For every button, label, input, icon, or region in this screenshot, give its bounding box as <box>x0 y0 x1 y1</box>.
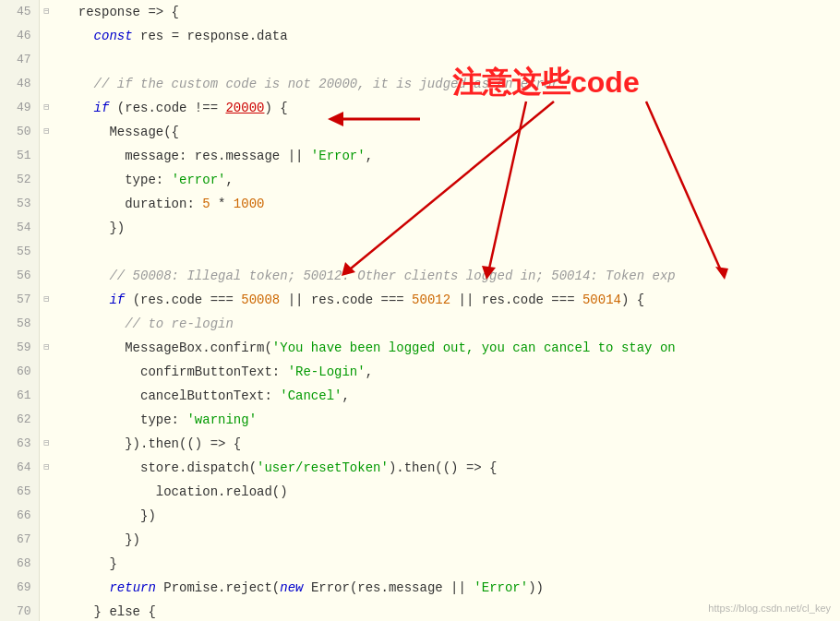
fold-indicator <box>39 72 54 96</box>
code-content <box>54 240 840 264</box>
table-row: 63⊟ }).then(() => { <box>0 432 840 456</box>
table-row: 57⊟ if (res.code === 50008 || res.code =… <box>0 288 840 312</box>
line-number: 48 <box>0 72 39 96</box>
line-number: 56 <box>0 264 39 288</box>
code-content: } <box>54 552 840 576</box>
table-row: 69 return Promise.reject(new Error(res.m… <box>0 576 840 600</box>
table-row: 58 // to re-login <box>0 312 840 336</box>
code-editor: 45⊟ response => {46 const res = response… <box>0 0 840 621</box>
fold-indicator <box>39 552 54 576</box>
line-number: 52 <box>0 168 39 192</box>
table-row: 54 }) <box>0 216 840 240</box>
code-content: return Promise.reject(new Error(res.mess… <box>54 576 840 600</box>
table-row: 59⊟ MessageBox.confirm('You have been lo… <box>0 336 840 360</box>
line-number: 63 <box>0 432 39 456</box>
line-number: 45 <box>0 0 39 24</box>
line-number: 59 <box>0 336 39 360</box>
table-row: 53 duration: 5 * 1000 <box>0 192 840 216</box>
code-content: if (res.code !== 20000) { <box>54 96 840 120</box>
fold-indicator <box>39 216 54 240</box>
fold-indicator <box>39 312 54 336</box>
table-row: 67 }) <box>0 528 840 552</box>
code-content: confirmButtonText: 'Re-Login', <box>54 360 840 384</box>
watermark: https://blog.csdn.net/cl_key <box>708 603 831 614</box>
table-row: 48 // if the custom code is not 20000, i… <box>0 72 840 96</box>
fold-indicator[interactable]: ⊟ <box>39 96 54 120</box>
table-row: 47 <box>0 48 840 72</box>
fold-indicator <box>39 600 54 621</box>
line-number: 61 <box>0 384 39 408</box>
table-row: 60 confirmButtonText: 'Re-Login', <box>0 360 840 384</box>
code-content: type: 'warning' <box>54 408 840 432</box>
line-number: 46 <box>0 24 39 48</box>
table-row: 56 // 50008: Illegal token; 50012: Other… <box>0 264 840 288</box>
fold-indicator <box>39 264 54 288</box>
line-number: 60 <box>0 360 39 384</box>
line-number: 62 <box>0 408 39 432</box>
line-number: 58 <box>0 312 39 336</box>
code-content: if (res.code === 50008 || res.code === 5… <box>54 288 840 312</box>
fold-indicator <box>39 360 54 384</box>
line-number: 64 <box>0 456 39 480</box>
code-content: // if the custom code is not 20000, it i… <box>54 72 840 96</box>
code-lines: 45⊟ response => {46 const res = response… <box>0 0 840 621</box>
fold-indicator <box>39 504 54 528</box>
table-row: 64⊟ store.dispatch('user/resetToken').th… <box>0 456 840 480</box>
table-row: 65 location.reload() <box>0 480 840 504</box>
fold-indicator <box>39 168 54 192</box>
code-content <box>54 48 840 72</box>
code-content: duration: 5 * 1000 <box>54 192 840 216</box>
code-content: }) <box>54 528 840 552</box>
fold-indicator <box>39 192 54 216</box>
line-number: 70 <box>0 600 39 621</box>
code-content: // 50008: Illegal token; 50012: Other cl… <box>54 264 840 288</box>
fold-indicator <box>39 24 54 48</box>
fold-indicator <box>39 48 54 72</box>
line-number: 66 <box>0 504 39 528</box>
table-row: 45⊟ response => { <box>0 0 840 24</box>
code-content: }) <box>54 216 840 240</box>
code-content: const res = response.data <box>54 24 840 48</box>
line-number: 69 <box>0 576 39 600</box>
table-row: 46 const res = response.data <box>0 24 840 48</box>
code-content: store.dispatch('user/resetToken').then((… <box>54 456 840 480</box>
fold-indicator <box>39 480 54 504</box>
line-number: 68 <box>0 552 39 576</box>
line-number: 55 <box>0 240 39 264</box>
code-content: cancelButtonText: 'Cancel', <box>54 384 840 408</box>
code-content: }) <box>54 504 840 528</box>
code-content: type: 'error', <box>54 168 840 192</box>
table-row: 62 type: 'warning' <box>0 408 840 432</box>
code-content: }).then(() => { <box>54 432 840 456</box>
fold-indicator <box>39 576 54 600</box>
line-number: 57 <box>0 288 39 312</box>
fold-indicator <box>39 528 54 552</box>
fold-indicator <box>39 144 54 168</box>
code-content: MessageBox.confirm('You have been logged… <box>54 336 840 360</box>
table-row: 52 type: 'error', <box>0 168 840 192</box>
fold-indicator[interactable]: ⊟ <box>39 456 54 480</box>
fold-indicator[interactable]: ⊟ <box>39 432 54 456</box>
table-row: 50⊟ Message({ <box>0 120 840 144</box>
fold-indicator[interactable]: ⊟ <box>39 288 54 312</box>
line-number: 54 <box>0 216 39 240</box>
table-row: 55 <box>0 240 840 264</box>
code-content: Message({ <box>54 120 840 144</box>
line-number: 67 <box>0 528 39 552</box>
fold-indicator <box>39 384 54 408</box>
table-row: 61 cancelButtonText: 'Cancel', <box>0 384 840 408</box>
code-content: location.reload() <box>54 480 840 504</box>
table-row: 68 } <box>0 552 840 576</box>
table-row: 49⊟ if (res.code !== 20000) { <box>0 96 840 120</box>
fold-indicator <box>39 240 54 264</box>
table-row: 51 message: res.message || 'Error', <box>0 144 840 168</box>
code-content: response => { <box>54 0 840 24</box>
fold-indicator[interactable]: ⊟ <box>39 336 54 360</box>
code-content: message: res.message || 'Error', <box>54 144 840 168</box>
fold-indicator[interactable]: ⊟ <box>39 120 54 144</box>
line-number: 49 <box>0 96 39 120</box>
line-number: 53 <box>0 192 39 216</box>
line-number: 50 <box>0 120 39 144</box>
fold-indicator[interactable]: ⊟ <box>39 0 54 24</box>
line-number: 65 <box>0 480 39 504</box>
